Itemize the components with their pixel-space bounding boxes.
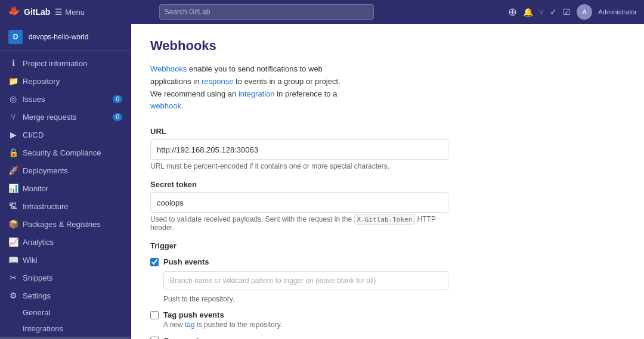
layout: D devops-hello-world ℹ Project informati…	[0, 24, 644, 339]
tag-push-events-checkbox[interactable]	[150, 311, 159, 319]
webhook-link[interactable]: webhook	[150, 101, 181, 110]
secret-token-group: Secret token Used to validate received p…	[150, 180, 448, 232]
push-events-label[interactable]: Push events	[163, 257, 209, 266]
sidebar-sub-integrations[interactable]: Integrations	[0, 321, 131, 337]
sidebar-item-label: Security & Compliance	[23, 148, 101, 157]
menu-label: Menu	[65, 8, 85, 17]
wiki-icon: 📖	[8, 255, 18, 265]
sidebar-item-label: Deployments	[23, 166, 68, 175]
http-header-code: X-Gitlab-Token	[354, 214, 416, 225]
trigger-section: Trigger Push events Push to the reposito…	[150, 241, 448, 339]
trigger-label: Trigger	[150, 241, 448, 250]
sidebar-item-label: Analytics	[23, 238, 54, 247]
todo-icon[interactable]: ☑	[563, 7, 571, 17]
admin-label: Administrator	[598, 8, 637, 15]
push-events-checkbox[interactable]	[150, 258, 159, 266]
sidebar-sub-webhooks[interactable]: Webhooks	[0, 337, 131, 339]
settings-subnav: General Integrations Webhooks Access Tok…	[0, 304, 131, 339]
issues-badge: 0	[113, 95, 122, 103]
sidebar-item-label: Repository	[23, 77, 60, 86]
menu-button[interactable]: ☰ Menu	[55, 7, 85, 17]
sidebar-item-snippets[interactable]: ✂ Snippets	[0, 269, 131, 287]
response-link[interactable]: response	[202, 77, 233, 86]
settings-icon: ⚙	[8, 291, 18, 300]
sidebar-item-monitor[interactable]: 📊 Monitor	[0, 179, 131, 197]
deployments-icon: 🚀	[8, 166, 18, 175]
search-input[interactable]	[159, 4, 374, 20]
topbar-actions: ⊕ 🔔 ⑂ ✓ ☑ A Administrator	[508, 4, 637, 20]
sidebar-nav: ℹ Project information 📁 Repository ◎ Iss…	[0, 51, 131, 339]
info-icon: ℹ	[8, 58, 18, 68]
url-group: URL URL must be percent-encoded if it co…	[150, 127, 448, 170]
packages-icon: 📦	[8, 219, 18, 229]
project-name: devops-hello-world	[29, 33, 89, 41]
webhook-form: URL URL must be percent-encoded if it co…	[150, 127, 448, 339]
push-events-desc: Push to the repository.	[163, 295, 448, 303]
trigger-push-events: Push events Push to the repository.	[150, 257, 448, 303]
comments-checkbox[interactable]	[150, 337, 159, 339]
url-input[interactable]	[150, 139, 448, 160]
sidebar-item-label: Snippets	[23, 273, 53, 282]
avatar[interactable]: A	[577, 4, 592, 20]
sidebar-item-settings[interactable]: ⚙ Settings	[0, 287, 131, 304]
sidebar-item-label: Project information	[23, 59, 87, 68]
create-new-icon[interactable]: ⊕	[508, 5, 517, 18]
url-label: URL	[150, 127, 448, 136]
url-hint: URL must be percent-encoded if it contai…	[150, 162, 448, 170]
topbar: GitLab ☰ Menu ⊕ 🔔 ⑂ ✓ ☑ A Administrator	[0, 0, 644, 24]
main-content: Webhooks Webhooks enable you to send not…	[131, 24, 644, 339]
sidebar-item-deployments[interactable]: 🚀 Deployments	[0, 161, 131, 179]
security-icon: 🔒	[8, 148, 18, 157]
sidebar-item-label: Merge requests	[23, 113, 76, 122]
sidebar-item-label: CI/CD	[23, 130, 44, 139]
sidebar-item-issues[interactable]: ◎ Issues 0	[0, 90, 131, 108]
secret-token-input[interactable]	[150, 192, 448, 213]
sidebar-item-project-info[interactable]: ℹ Project information	[0, 54, 131, 72]
gitlab-logo-area[interactable]: GitLab	[7, 5, 50, 18]
branch-input[interactable]	[163, 271, 448, 290]
sidebar-item-cicd[interactable]: ▶ CI/CD	[0, 126, 131, 144]
merge-badge: 0	[113, 113, 122, 121]
trigger-comments: Comments A comment is added to an issue.	[150, 336, 448, 339]
page-title: Webhooks	[150, 38, 625, 54]
integration-link[interactable]: integration	[239, 89, 275, 98]
sidebar-item-label: Monitor	[23, 184, 48, 193]
activity-icon[interactable]: 🔔	[523, 7, 533, 17]
comments-label[interactable]: Comments	[163, 336, 203, 339]
cicd-icon: ▶	[8, 130, 18, 139]
merge-request-icon[interactable]: ⑂	[539, 8, 544, 17]
snippets-icon: ✂	[8, 273, 18, 282]
tag-link[interactable]: tag	[185, 321, 195, 329]
issues-nav-icon: ◎	[8, 94, 18, 104]
sidebar-item-packages[interactable]: 📦 Packages & Registries	[0, 215, 131, 233]
sidebar: D devops-hello-world ℹ Project informati…	[0, 24, 131, 339]
project-initial: D	[8, 30, 23, 44]
sidebar-item-label: Issues	[23, 95, 45, 104]
sidebar-project[interactable]: D devops-hello-world	[0, 24, 131, 51]
infrastructure-icon: 🏗	[8, 201, 18, 211]
sidebar-item-label: Packages & Registries	[23, 220, 101, 229]
page-description: Webhooks enable you to send notification…	[150, 63, 341, 113]
tag-push-events-label[interactable]: Tag push events	[163, 310, 224, 319]
monitor-icon: 📊	[8, 184, 18, 193]
sidebar-sub-general[interactable]: General	[0, 304, 131, 321]
gitlab-text: GitLab	[24, 7, 50, 17]
sidebar-item-security[interactable]: 🔒 Security & Compliance	[0, 144, 131, 161]
trigger-tag-push-events: Tag push events A new tag is pushed to t…	[150, 310, 448, 329]
merge-icon: ⑂	[8, 112, 18, 122]
analytics-icon: 📈	[8, 237, 18, 247]
sidebar-item-label: Settings	[23, 291, 51, 300]
secret-token-label: Secret token	[150, 180, 448, 189]
sidebar-item-label: Infrastructure	[23, 202, 69, 211]
secret-token-hint: Used to validate received payloads. Sent…	[150, 215, 448, 232]
sidebar-item-infrastructure[interactable]: 🏗 Infrastructure	[0, 197, 131, 215]
tag-push-events-desc: A new tag is pushed to the repository.	[150, 321, 448, 329]
webhooks-link[interactable]: Webhooks	[150, 64, 187, 73]
sidebar-item-merge-requests[interactable]: ⑂ Merge requests 0	[0, 108, 131, 126]
sidebar-item-analytics[interactable]: 📈 Analytics	[0, 233, 131, 251]
repository-icon: 📁	[8, 76, 18, 86]
sidebar-item-wiki[interactable]: 📖 Wiki	[0, 251, 131, 269]
search-area[interactable]	[159, 4, 374, 20]
issues-icon[interactable]: ✓	[550, 7, 557, 17]
sidebar-item-repository[interactable]: 📁 Repository	[0, 72, 131, 90]
